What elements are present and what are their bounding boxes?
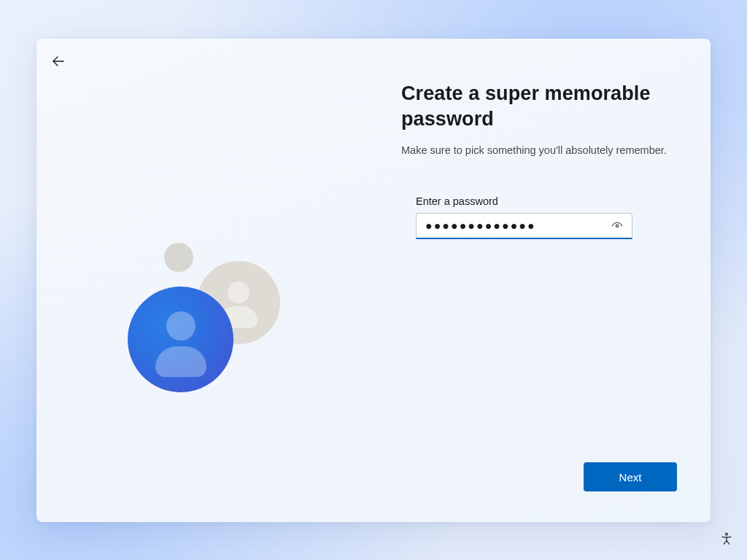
setup-card: Create a super memorable password Make s… (36, 39, 711, 522)
eye-icon (611, 219, 624, 234)
back-button[interactable] (45, 49, 71, 75)
content-area: Create a super memorable password Make s… (401, 81, 678, 239)
person-silhouette-blue-icon (128, 287, 233, 392)
page-subtitle: Make sure to pick something you'll absol… (401, 143, 678, 158)
accessibility-button[interactable] (713, 526, 740, 553)
svg-point-2 (726, 533, 728, 535)
user-illustration (106, 221, 325, 418)
page-title: Create a super memorable password (401, 81, 678, 131)
accessibility-icon (719, 532, 734, 548)
password-field-group: Enter a password (416, 195, 632, 239)
password-field-label: Enter a password (416, 195, 632, 207)
back-arrow-icon (51, 54, 66, 71)
reveal-password-button[interactable] (605, 213, 630, 239)
svg-point-1 (616, 225, 618, 227)
decoration-dot (164, 243, 193, 272)
next-button[interactable]: Next (584, 462, 677, 491)
password-input-wrap (416, 213, 632, 239)
password-input[interactable] (416, 213, 632, 239)
